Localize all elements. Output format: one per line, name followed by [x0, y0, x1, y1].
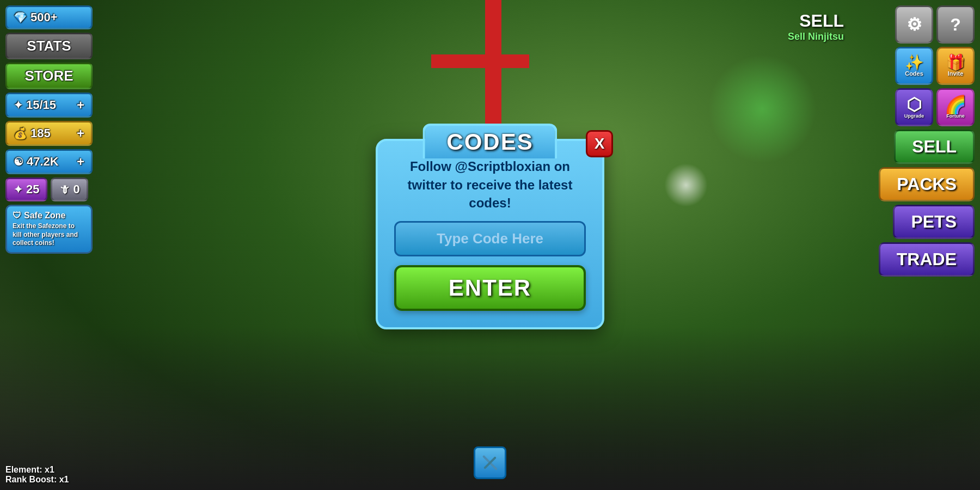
- codes-info-text: Follow @Scriptbloxian on twitter to rece…: [394, 157, 586, 212]
- modal-overlay: CODES X Follow @Scriptbloxian on twitter…: [0, 0, 980, 490]
- enter-label: ENTER: [449, 275, 531, 301]
- close-icon: X: [595, 135, 605, 152]
- ui-layer: 💎 500+ STATS STORE ✦ 15/15 + 💰 185 + ☯ 4…: [0, 0, 980, 490]
- codes-modal-title: CODES: [422, 124, 557, 158]
- close-modal-button[interactable]: X: [586, 130, 613, 157]
- codes-modal: CODES X Follow @Scriptbloxian on twitter…: [376, 139, 604, 329]
- code-input-field[interactable]: [394, 221, 586, 256]
- enter-button[interactable]: ENTER: [394, 265, 586, 311]
